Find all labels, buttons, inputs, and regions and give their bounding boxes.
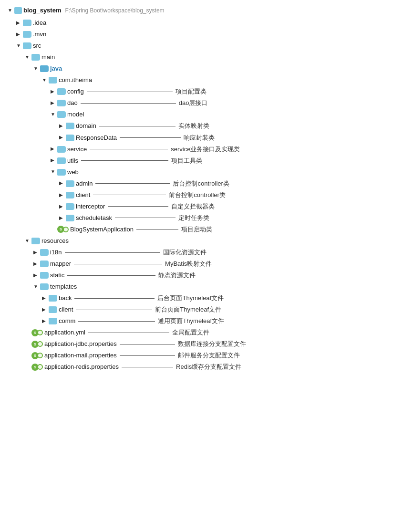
back-arrow[interactable]: ▶ [42,294,49,303]
comm-row[interactable]: ▶ comm 通用页面Thymeleaf文件 [8,315,405,327]
utils-row[interactable]: ▶ utils 项目工具类 [8,155,405,167]
jdbcprop-name: application-jdbc.properties [44,338,117,350]
com-itheima-row[interactable]: ▼ com.itheima [8,74,405,86]
resources-row[interactable]: ▼ resources [8,235,405,247]
mailprop-row[interactable]: S application-mail.properties 邮件服务分支配置文件 [8,350,405,361]
service-line [90,149,168,149]
interceptor-line [108,206,168,207]
mapper-annotation: MyBatis映射文件 [165,258,212,270]
config-row[interactable]: ▶ config 项目配置类 [8,86,405,97]
interceptor-arrow[interactable]: ▶ [59,202,66,211]
java-arrow[interactable]: ▼ [33,64,40,73]
i18n-arrow[interactable]: ▶ [33,248,40,257]
resources-name: resources [41,235,69,247]
dao-annotation: dao层接口 [179,97,208,109]
domain-arrow[interactable]: ▶ [59,122,66,131]
domain-row[interactable]: ▶ domain 实体映射类 [8,120,405,132]
admin-name: admin [76,178,93,189]
domain-name: domain [76,120,96,132]
config-arrow[interactable]: ▶ [51,87,57,96]
model-name: model [67,109,84,120]
model-row[interactable]: ▼ model [8,109,405,120]
appyml-row[interactable]: S application.yml 全局配置文件 [8,327,405,338]
static-arrow[interactable]: ▶ [33,271,40,280]
admin-arrow[interactable]: ▶ [59,179,66,188]
static-row[interactable]: ▶ static 静态资源文件 [8,270,405,281]
com-arrow[interactable]: ▼ [42,76,49,85]
client-row[interactable]: ▶ client 前台控制controller类 [8,189,405,201]
mapper-arrow[interactable]: ▶ [33,260,40,269]
scheduletask-row[interactable]: ▶ scheduletask 定时任务类 [8,212,405,224]
templates-arrow[interactable]: ▼ [33,282,40,292]
resources-arrow[interactable]: ▼ [25,237,31,246]
client2-row[interactable]: ▶ client 前台页面Thymeleaf文件 [8,304,405,315]
dao-row[interactable]: ▶ dao dao层接口 [8,97,405,109]
model-arrow[interactable]: ▼ [51,110,57,119]
back-name: back [59,292,72,304]
static-line [67,275,155,276]
com-name: com.itheima [59,74,92,86]
interceptor-annotation: 自定义拦截器类 [171,201,215,212]
appyml-name: application.yml [44,327,85,338]
main-row[interactable]: ▼ main [8,52,405,63]
client2-arrow[interactable]: ▶ [42,305,49,314]
i18n-annotation: 国际化资源文件 [163,247,206,258]
main-name: main [41,52,55,63]
blogsystemapp-name: BlogSystemApplication [70,224,134,235]
main-arrow[interactable]: ▼ [25,53,31,62]
java-name: java [50,63,62,74]
responsedata-arrow[interactable]: ▶ [59,133,66,142]
domain-line [99,126,176,126]
mailprop-icon: S [31,352,43,359]
dao-arrow[interactable]: ▶ [51,99,57,108]
responsedata-row[interactable]: ▶ ResponseData 响应封装类 [8,132,405,144]
idea-name: .idea [33,17,46,29]
root-arrow[interactable]: ▼ [8,6,14,15]
service-row[interactable]: ▶ service service业务接口及实现类 [8,144,405,155]
project-path: F:\Spring Boot\workspace\blog_system [65,5,164,16]
blogsystemapp-row[interactable]: S BlogSystemApplication 项目启动类 [8,224,405,235]
project-root[interactable]: ▼ blog_system F:\Spring Boot\workspace\b… [8,5,405,16]
utils-line [81,160,168,161]
mvn-arrow[interactable]: ▶ [16,30,23,39]
idea-arrow[interactable]: ▶ [16,19,23,28]
interceptor-row[interactable]: ▶ interceptor 自定义拦截器类 [8,201,405,212]
jdbcprop-row[interactable]: S application-jdbc.properties 数据库连接分支配置文… [8,338,405,350]
web-arrow[interactable]: ▼ [51,167,57,177]
src-row[interactable]: ▼ src [8,40,405,52]
web-row[interactable]: ▼ web [8,167,405,178]
mvn-row[interactable]: ▶ .mvn [8,29,405,40]
templates-name: templates [50,281,77,292]
web-name: web [67,167,79,178]
redisprop-icon: S [31,364,43,371]
scheduletask-arrow[interactable]: ▶ [59,214,66,223]
service-annotation: service业务接口及实现类 [171,144,240,155]
utils-name: utils [67,155,78,167]
templates-row[interactable]: ▼ templates [8,281,405,292]
client2-line [76,310,152,310]
i18n-name: i18n [50,247,62,258]
back-line [74,298,155,299]
src-arrow[interactable]: ▼ [16,42,23,51]
comm-arrow[interactable]: ▶ [42,317,49,326]
admin-row[interactable]: ▶ admin 后台控制controller类 [8,178,405,189]
redisprop-name: application-redis.properties [44,361,119,373]
static-name: static [50,270,64,281]
i18n-row[interactable]: ▶ i18n 国际化资源文件 [8,247,405,258]
jdbcprop-icon: S [31,341,43,348]
scheduletask-line [115,218,176,218]
utils-arrow[interactable]: ▶ [51,156,57,165]
resources-folder-icon [31,238,40,244]
client-arrow[interactable]: ▶ [59,191,66,200]
mapper-row[interactable]: ▶ mapper MyBatis映射文件 [8,258,405,270]
blogsystemapp-annotation: 项目启动类 [181,224,212,235]
scheduletask-name: scheduletask [76,212,112,224]
client2-name: client [59,304,73,315]
jdbcprop-line [120,344,175,344]
back-row[interactable]: ▶ back 后台页面Thymeleaf文件 [8,292,405,304]
java-row[interactable]: ▼ java [8,63,405,74]
idea-row[interactable]: ▶ .idea [8,17,405,29]
service-arrow[interactable]: ▶ [51,145,57,154]
redisprop-row[interactable]: S application-redis.properties Redis缓存分支… [8,361,405,373]
mapper-line [74,264,162,264]
